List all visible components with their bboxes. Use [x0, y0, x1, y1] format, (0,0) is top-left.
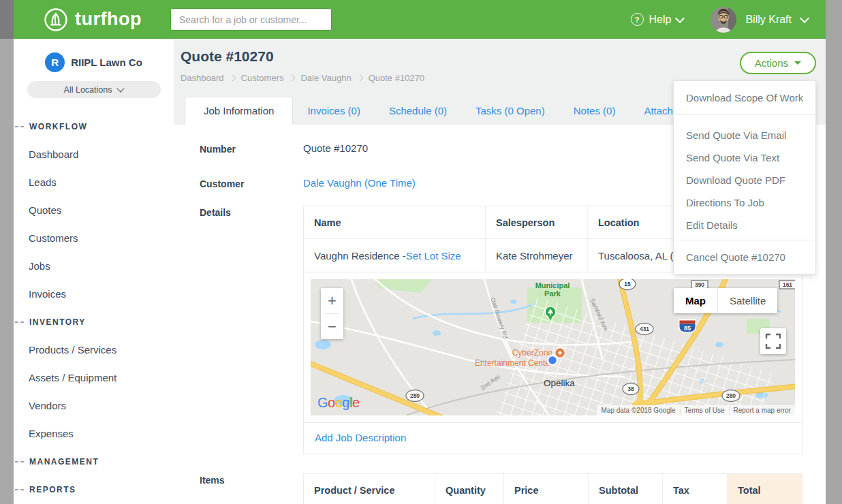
svg-text:85: 85 — [684, 325, 691, 332]
company-badge: R — [45, 52, 65, 72]
add-job-description-link[interactable]: Add Job Description — [315, 432, 406, 443]
google-letter: e — [352, 395, 360, 410]
report-map-error-link[interactable]: Report a map error — [730, 405, 795, 415]
company-name: RIIPL Lawn Co — [71, 57, 142, 68]
sidebar-item-vendors[interactable]: Vendors — [14, 392, 174, 420]
items-label: Items — [200, 473, 303, 504]
breadcrumb: Dashboard Customers Dale Vaughn Quote #1… — [181, 73, 424, 83]
sidebar-section-reports[interactable]: REPORTS — [14, 475, 174, 503]
turfhop-logo[interactable]: turfhop — [44, 7, 142, 32]
menu-item-edit-details[interactable]: Edit Details — [674, 214, 815, 236]
breadcrumb-customers[interactable]: Customers — [241, 73, 284, 83]
breadcrumb-dashboard[interactable]: Dashboard — [181, 73, 224, 83]
tab-notes[interactable]: Notes (0) — [559, 97, 630, 125]
menu-item-download-scope-of-work[interactable]: Download Scope Of Work — [674, 84, 815, 111]
chevron-down-icon — [675, 13, 685, 22]
items-header-product-service: Product / Service — [304, 474, 435, 504]
details-cell-name: Vaughn Residence - Set Lot Size — [304, 239, 486, 272]
sidebar-item-quotes[interactable]: Quotes — [14, 196, 174, 224]
google-letter: o — [328, 395, 335, 410]
map-data-credit: Map data ©2018 Google — [597, 405, 679, 415]
chevron-right-icon — [229, 75, 236, 82]
details-header-salesperson: Salesperson — [486, 206, 588, 238]
set-lot-size-link[interactable]: Set Lot Size — [406, 250, 461, 262]
chevron-right-icon — [356, 75, 363, 82]
fullscreen-button[interactable] — [760, 328, 786, 354]
chevron-down-icon — [800, 13, 809, 22]
page-title: Quote #10270 — [181, 48, 274, 65]
map-label-opelika: Opelika — [544, 378, 575, 388]
svg-text:15: 15 — [624, 281, 631, 287]
items-table-header: Product / Service Quantity Price Subtota… — [304, 474, 802, 504]
sidebar-item-dashboard[interactable]: Dashboard — [14, 140, 174, 168]
map-attribution: Map data ©2018 Google Terms of Use Repor… — [596, 405, 795, 415]
map-type-control: Map Satellite — [674, 288, 777, 313]
actions-button[interactable]: Actions — [740, 52, 816, 74]
menu-item-cancel-quote[interactable]: Cancel Quote #10270 — [674, 244, 815, 270]
user-avatar[interactable] — [711, 7, 736, 33]
caret-down-icon — [794, 61, 801, 65]
sidebar-item-customers[interactable]: Customers — [14, 224, 174, 252]
items-row: Items Product / Service Quantity Price S… — [200, 473, 826, 504]
map[interactable]: Municipal Park CyberZone — [311, 279, 795, 415]
details-label: Details — [200, 206, 303, 454]
help-menu[interactable]: Help — [631, 13, 684, 26]
sidebar-item-assets-equipment[interactable]: Assets / Equipment — [14, 364, 174, 392]
terms-of-use-link[interactable]: Terms of Use — [681, 405, 729, 415]
customer-link[interactable]: Dale Vaughn — [303, 177, 362, 189]
map-label-entertainment-center: Entertainment Center — [475, 358, 552, 368]
grass-logo-icon — [44, 7, 68, 32]
google-logo[interactable]: Google — [317, 395, 360, 411]
sidebar-section-inventory[interactable]: INVENTORY — [14, 308, 174, 336]
company-row: R RIIPL Lawn Co — [14, 39, 174, 72]
menu-spacer — [674, 119, 815, 124]
chevron-right-icon — [289, 75, 296, 82]
menu-item-download-quote-pdf[interactable]: Download Quote PDF — [674, 169, 815, 191]
map-container: Municipal Park CyberZone — [304, 272, 802, 423]
tab-tasks[interactable]: Tasks (0 Open) — [461, 97, 559, 125]
route-shield-280-west: 280 — [406, 390, 424, 402]
topbar-right: Help Billy Kraft — [631, 7, 808, 33]
sidebar: R RIIPL Lawn Co All Locations WORKFLOW D… — [14, 39, 174, 504]
svg-text:280: 280 — [726, 392, 736, 399]
location-selector[interactable]: All Locations — [27, 81, 161, 98]
google-letter: G — [317, 395, 328, 410]
breadcrumb-dale-vaughn[interactable]: Dale Vaughn — [300, 73, 351, 83]
menu-item-send-quote-via-text[interactable]: Send Quote Via Text — [674, 146, 815, 169]
items-header-subtotal: Subtotal — [589, 474, 663, 504]
topbar: turfhop Help — [14, 0, 826, 39]
job-location-marker — [548, 356, 557, 365]
svg-text:161: 161 — [783, 281, 792, 288]
items-header-price: Price — [504, 474, 589, 504]
menu-divider — [674, 114, 815, 115]
sidebar-item-products-services[interactable]: Products / Services — [14, 336, 174, 364]
menu-item-directions-to-job[interactable]: Directions To Job — [674, 191, 815, 214]
user-name[interactable]: Billy Kraft — [745, 14, 792, 26]
svg-text:390: 390 — [695, 281, 704, 288]
tab-invoices[interactable]: Invoices (0) — [293, 97, 375, 125]
section-label: WORKFLOW — [29, 122, 87, 131]
sidebar-item-expenses[interactable]: Expenses — [14, 420, 174, 447]
zoom-out-button[interactable]: − — [321, 314, 343, 339]
sidebar-section-workflow[interactable]: WORKFLOW — [14, 112, 174, 140]
section-label: REPORTS — [29, 485, 76, 494]
section-label: MANAGEMENT — [29, 457, 99, 467]
map-zoom-control: + − — [321, 288, 343, 339]
route-shield-161: 161 — [779, 281, 795, 289]
menu-divider — [674, 240, 815, 240]
svg-text:431: 431 — [640, 326, 649, 332]
search-input[interactable] — [170, 8, 332, 31]
window-edge-right — [826, 0, 842, 504]
map-type-satellite-button[interactable]: Satellite — [717, 288, 777, 313]
map-type-map-button[interactable]: Map — [674, 288, 717, 313]
menu-item-send-quote-via-email[interactable]: Send Quote Via Email — [674, 124, 815, 146]
sidebar-item-leads[interactable]: Leads — [14, 168, 174, 196]
logo-text: turfhop — [75, 9, 142, 30]
sidebar-item-jobs[interactable]: Jobs — [14, 252, 174, 280]
sidebar-item-invoices[interactable]: Invoices — [14, 280, 174, 308]
sidebar-section-management[interactable]: MANAGEMENT — [14, 447, 174, 475]
zoom-in-button[interactable]: + — [321, 288, 343, 313]
interstate-85-shield-icon: 85 — [679, 319, 696, 333]
tab-job-information[interactable]: Job Information — [185, 97, 293, 125]
tab-schedule[interactable]: Schedule (0) — [375, 97, 461, 125]
